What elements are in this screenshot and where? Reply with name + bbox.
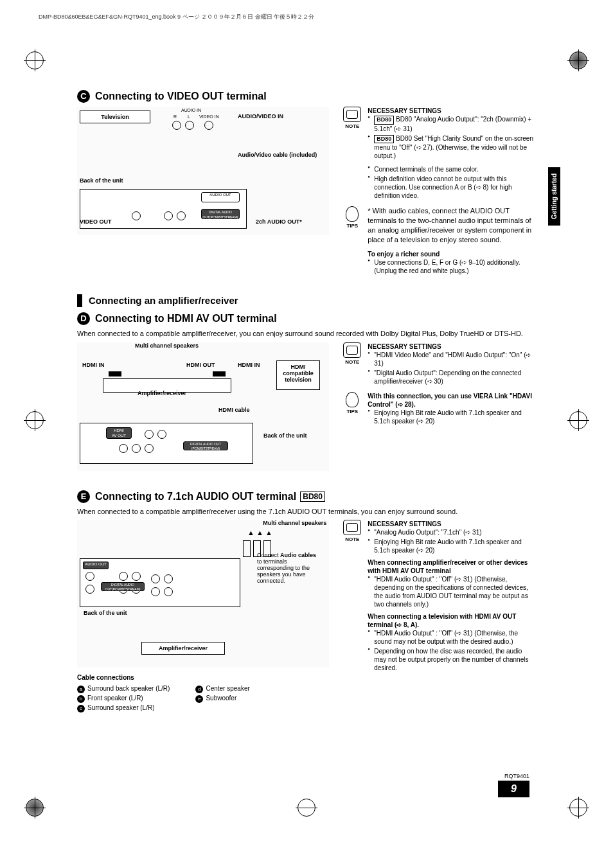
crop-mark-icon [569, 51, 587, 69]
note-item: Enjoying High Bit rate Audio with 7.1ch … [368, 538, 536, 554]
crop-mark-icon [26, 51, 44, 69]
necessary-settings-heading-d: NECESSARY SETTINGS [368, 342, 536, 351]
tips-icon [346, 206, 359, 222]
diagram-71ch: Multi channel speakers AUDIO OUT DIGITAL… [77, 520, 329, 668]
tips-label: TIPS [342, 409, 362, 415]
cond1-heading: When connecting amplifier/receiver or ot… [368, 558, 536, 575]
av-cable-label: Audio/Video cable (included) [238, 152, 317, 158]
l-label: L [188, 114, 190, 119]
page-number: 9 [498, 781, 529, 797]
tips-label: TIPS [342, 223, 362, 229]
note-item: "HDMI Video Mode" and "HDMI Audio Output… [368, 351, 536, 368]
video-out-label: VIDEO OUT [80, 218, 112, 225]
crop-mark-icon [569, 799, 587, 817]
note-item: "Digital Audio Output": Depending on the… [368, 369, 536, 385]
tips-item: Enjoying High Bit rate Audio with 7.1ch … [368, 409, 536, 425]
crop-mark-icon [298, 799, 315, 817]
legend-item: eSubwoofer [195, 695, 249, 703]
multi-speakers-label-e: Multi channel speakers [263, 520, 326, 526]
crop-mark-icon [26, 799, 44, 817]
hdmi-out-label: HDMI OUT [186, 362, 215, 368]
legend-item: aSurround back speaker (L/R) [77, 685, 170, 693]
necessary-settings-heading: NECESSARY SETTINGS [368, 107, 536, 115]
section-letter-c: C [77, 90, 90, 103]
legend-item: dCenter speaker [195, 685, 249, 693]
legend-item: bFront speaker (L/R) [77, 695, 170, 703]
cond1-item: "HDMI Audio Output" : "Off" (➪ 31) (Othe… [368, 575, 536, 608]
note-item: Connect terminals of the same color. [368, 165, 536, 173]
note-item: High definition video cannot be output w… [368, 175, 536, 200]
audio-out-label: 2ch AUDIO OUT* [256, 218, 302, 225]
bd80-badge: BD80 [300, 492, 325, 502]
r-label: R [173, 114, 177, 119]
section-letter-d: D [77, 312, 90, 325]
amp-section-title: Connecting an amplifier/receiver [89, 295, 238, 306]
hdmi-in-label: HDMI IN [82, 362, 105, 368]
footer-code: RQT9401 [498, 773, 529, 779]
cond2-item: "HDMI Audio Output" : "Off" (➪ 31) (Othe… [368, 629, 536, 646]
section-d-title: Connecting to HDMI AV OUT terminal [95, 313, 277, 324]
crop-mark-icon [569, 411, 587, 429]
necessary-settings-heading-e: NECESSARY SETTINGS [368, 520, 536, 528]
note-item: BD80 BD80 "Analog Audio Output": "2ch (D… [368, 115, 536, 133]
tv-label: Television [80, 111, 150, 123]
amp-label-e: Amplifier/receiver [141, 642, 225, 655]
section-e-intro: When connected to a compatible amplifier… [77, 507, 536, 517]
section-e-title: Connecting to 7.1ch AUDIO OUT terminal [95, 491, 296, 502]
section-bar-icon [77, 294, 82, 307]
cond2-item: Depending on how the disc was recorded, … [368, 647, 536, 672]
amp-label: Amplifier/receiver [123, 387, 200, 399]
audio-in-label: AUDIO IN [181, 108, 201, 112]
note-item: BD80 BD80 Set "High Clarity Sound" on th… [368, 134, 536, 161]
tv-box: HDMI compatible television [276, 360, 320, 390]
note-label: NOTE [342, 359, 362, 366]
tips-item: * With audio cables, connect the AUDIO O… [368, 206, 536, 244]
richer-heading: To enjoy a richer sound [368, 250, 536, 258]
diagram-video-out: Television AUDIO IN R L VIDEO IN AUDIO/V… [77, 107, 329, 235]
note-item: "Analog Audio Output": "7.1ch" (➪ 31) [368, 528, 536, 536]
cable-legend-heading: Cable connections [77, 674, 329, 681]
note-label: NOTE [342, 536, 362, 543]
videoin-label: VIDEO IN [199, 114, 219, 119]
richer-item: Use connections D, E, F or G (➪ 9–10) ad… [368, 258, 536, 275]
legend-item: cSurround speaker (L/R) [77, 704, 170, 713]
crop-mark-icon [26, 411, 44, 429]
tips-icon [346, 392, 359, 407]
note-label: NOTE [342, 123, 362, 130]
av-in-label: AUDIO/VIDEO IN [238, 113, 283, 120]
cond2-heading: When connecting a television with HDMI A… [368, 612, 536, 629]
hdmi-cable-label: HDMI cable [218, 407, 250, 413]
diagram-hdmi-out: Multi channel speakers HDMI IN HDMI OUT … [77, 342, 329, 471]
back-label: Back of the unit [80, 177, 123, 184]
running-header: DMP-BD80&60EB&EG&EF&GN-RQT9401_eng.book … [39, 13, 613, 21]
note-icon [343, 342, 361, 358]
note-icon [343, 520, 361, 535]
note-icon [343, 107, 361, 122]
hdmi-in2-label: HDMI IN [238, 362, 260, 368]
section-d-intro: When connected to a compatible amplifier… [77, 329, 536, 339]
section-tab: Getting started [548, 167, 560, 226]
back-label-d: Back of the unit [263, 432, 307, 439]
multi-speakers-label: Multi channel speakers [135, 342, 199, 349]
tips-heading-d: With this connection, you can use VIERA … [368, 392, 536, 409]
section-letter-e: E [77, 490, 90, 503]
section-c-title: Connecting to VIDEO OUT terminal [95, 91, 267, 102]
back-label-e: Back of the unit [84, 610, 127, 616]
